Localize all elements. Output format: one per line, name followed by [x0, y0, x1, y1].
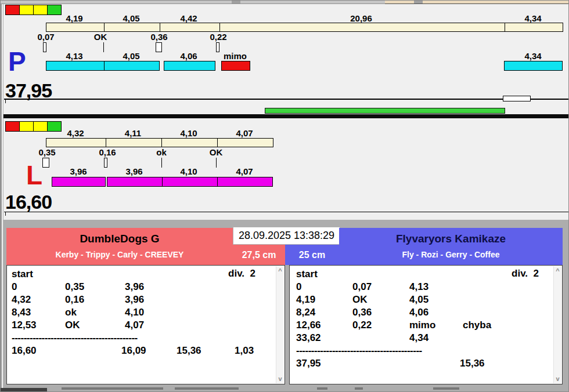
- team-right-total: 37,95: [296, 358, 460, 369]
- segment-divider: [505, 23, 505, 31]
- bottom-remnant-text: [62, 387, 163, 390]
- p-dog-bar: [164, 61, 215, 71]
- team-right-results-table[interactable]: start div. 2 00,074,13 4,19OK4,05 8,240,…: [289, 265, 563, 384]
- traffic-yellow-light: [19, 5, 34, 15]
- l-dog-time-label: 4,10: [163, 166, 215, 176]
- l-cross-tick: [161, 158, 162, 168]
- segment-divider: [104, 23, 105, 31]
- l-split-label: 4,32: [49, 128, 102, 138]
- team-right-header: Flyvaryors Kamikaze Fly - Rozi - Gerry -…: [339, 228, 563, 265]
- table-divider: ----------------------------------------…: [290, 344, 462, 357]
- lane-separator: [3, 114, 569, 118]
- table-divider: ----------------------------------------…: [7, 332, 177, 344]
- l-dog-time-label: 4,07: [218, 166, 271, 176]
- team-left-header: DumbleDogs G Kerby - Trippy - Carly - CR…: [6, 228, 233, 265]
- p-split-label: 20,96: [335, 13, 387, 23]
- team-right-members: Fly - Rozi - Gerry - Coffee: [339, 250, 563, 259]
- table-row: 12,660,22mimochyba: [290, 319, 562, 332]
- p-dog-time-label: 4,34: [507, 51, 559, 61]
- l-cross-label: 0,16: [81, 147, 134, 157]
- l-split-label: 4,11: [107, 128, 159, 138]
- scrollbar-down-icon[interactable]: v: [276, 375, 284, 382]
- table-header-row: start div. 2: [7, 268, 284, 281]
- traffic-red-light: [5, 5, 20, 15]
- p-cross-label: 0,22: [192, 32, 244, 42]
- table-row: 00,074,13: [290, 281, 562, 293]
- p-cross-tick: [103, 42, 104, 52]
- scrollbar-up-icon[interactable]: ^: [276, 267, 284, 274]
- p-section-underline: [4, 99, 568, 100]
- ruler-tick: [5, 212, 6, 216]
- l-dog-bar: [107, 177, 273, 187]
- scrollbar[interactable]: ^ v: [276, 266, 284, 383]
- progress-marker-slot: [503, 96, 531, 101]
- traffic-yellow-light: [33, 5, 48, 15]
- l-split-label: 4,10: [163, 128, 215, 138]
- table-header-row: start div. 2: [290, 268, 562, 281]
- flyball-timing-window: 4,19 4,05 4,42 20,96 4,34 0,07 OK 0,36 0…: [0, 0, 569, 392]
- l-dog-bar: [52, 177, 106, 187]
- lane-l-letter: L: [26, 162, 42, 188]
- team-left-name: DumbleDogs G: [6, 233, 233, 245]
- team-left-members: Kerby - Trippy - Carly - CREEVEY: [6, 250, 233, 259]
- l-cross-label: ok: [135, 147, 188, 157]
- l-cross-label: 0,35: [21, 147, 73, 157]
- segment-divider: [219, 23, 220, 31]
- lane-l-total-time: 16,60: [5, 192, 52, 212]
- bottom-remnant-text: [317, 387, 327, 390]
- l-section-underline: [4, 212, 568, 212]
- table-totals-row: 16,60 16,09 15,36 1,03: [7, 344, 284, 357]
- top-remnant-tab: [232, 1, 240, 3]
- scrollbar-up-icon[interactable]: ^: [554, 267, 561, 274]
- top-window-remnant: [1, 1, 385, 4]
- segment-divider: [106, 139, 106, 147]
- top-window-remnant-cream: [385, 1, 569, 4]
- p-dog-time-label: 4,05: [105, 51, 157, 61]
- p-cross-tick: [43, 42, 46, 52]
- lane-p-letter: P: [8, 48, 26, 75]
- table-row: 12,53OK4,07: [7, 319, 284, 332]
- segment-divider: [160, 23, 160, 31]
- scrollbar-down-icon[interactable]: v: [554, 375, 561, 382]
- start-header: start: [12, 268, 65, 280]
- bottom-remnant-text: [175, 387, 239, 390]
- l-dog-time-label: 3,96: [108, 166, 160, 176]
- segment-divider: [104, 61, 105, 70]
- traffic-red-light: [5, 121, 20, 132]
- l-split-bar: [46, 138, 273, 147]
- table-row: 8,43ok4,10: [7, 306, 284, 319]
- p-dog-fault-label: mimo: [209, 51, 261, 61]
- p-split-label: 4,05: [105, 13, 157, 23]
- p-cross-label: OK: [74, 32, 127, 42]
- l-dog-time-label: 3,96: [52, 166, 105, 176]
- team-right-jump-height: 25 cm: [285, 245, 339, 265]
- segment-divider: [162, 177, 163, 186]
- table-row: 33,624,34: [290, 332, 562, 344]
- division-label: div. 2: [512, 268, 539, 280]
- bottom-remnant-text: [355, 387, 363, 390]
- ruler-tick: [5, 100, 6, 103]
- traffic-yellow-light: [33, 121, 48, 132]
- table-row: 4,320,163,96: [7, 293, 284, 306]
- division-label: div. 2: [228, 268, 255, 280]
- segment-divider: [217, 177, 218, 186]
- table-row: 8,240,364,06: [290, 306, 562, 319]
- p-dog-time-label: 4,06: [163, 51, 215, 61]
- team-left-results-table[interactable]: start div. 2 00,353,96 4,320,163,96 8,43…: [6, 265, 285, 384]
- p-split-label: 4,34: [507, 13, 559, 23]
- p-dog-time-label: 4,13: [48, 51, 100, 61]
- team-left-total: 16,60: [12, 345, 121, 357]
- bottom-remnant-text: [433, 387, 459, 390]
- l-cross-tick: [216, 158, 217, 168]
- datetime-display: 28.09.2025 13:38:29: [233, 227, 340, 245]
- segment-divider: [161, 139, 162, 147]
- scrollbar[interactable]: ^ v: [553, 266, 561, 383]
- start-header: start: [296, 268, 352, 280]
- l-split-label: 4,07: [218, 128, 271, 138]
- team-left-jump-height: 27,5 cm: [233, 245, 285, 265]
- traffic-yellow-light: [19, 121, 34, 132]
- p-dog-bar: [46, 61, 160, 71]
- bottom-window-remnant: [1, 388, 47, 392]
- segment-divider: [217, 139, 218, 147]
- lane-p-total-time: 37,95: [5, 81, 52, 100]
